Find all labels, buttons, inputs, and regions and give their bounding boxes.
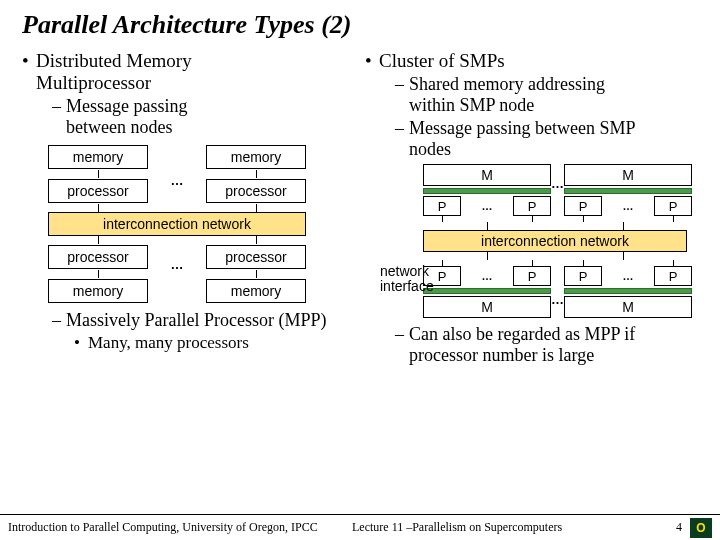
left-column: •Distributed Memory Multiprocessor –Mess… bbox=[22, 50, 355, 368]
ellipsis: … bbox=[482, 200, 493, 212]
processor-box: P bbox=[423, 196, 461, 216]
processor-box: P bbox=[513, 196, 551, 216]
processor-box: processor bbox=[48, 245, 148, 269]
ellipsis: … bbox=[551, 292, 564, 307]
text: processor number is large bbox=[409, 345, 594, 365]
memory-box: M bbox=[423, 164, 551, 186]
page-number: 4 bbox=[666, 520, 686, 535]
right-column: •Cluster of SMPs –Shared memory addressi… bbox=[365, 50, 698, 368]
smp-node: P … P M bbox=[564, 260, 692, 318]
text: Many, many processors bbox=[88, 333, 249, 352]
text: between nodes bbox=[66, 117, 172, 137]
footer: Introduction to Parallel Computing, Univ… bbox=[0, 514, 720, 540]
processor-box: processor bbox=[206, 179, 306, 203]
ellipsis: … bbox=[171, 257, 184, 272]
diagram-distributed-memory: memory memory processor … processor inte… bbox=[48, 144, 306, 304]
memory-box: M bbox=[564, 164, 692, 186]
bullet-smp-message-passing: –Message passing between SMP nodes bbox=[395, 118, 698, 160]
processor-box: P bbox=[564, 266, 602, 286]
text: Multiprocessor bbox=[36, 72, 151, 93]
text: Message passing bbox=[66, 96, 187, 116]
processor-box: P bbox=[513, 266, 551, 286]
text: Can also be regarded as MPP if bbox=[409, 324, 635, 344]
smp-node: P … P M bbox=[423, 260, 551, 318]
memory-box: memory bbox=[206, 279, 306, 303]
text: Shared memory addressing bbox=[409, 74, 605, 94]
bus bbox=[564, 188, 692, 194]
footer-left: Introduction to Parallel Computing, Univ… bbox=[8, 520, 322, 535]
interconnect-box: interconnection network bbox=[423, 230, 687, 252]
bullet-mpp: –Massively Parallel Processor (MPP) bbox=[52, 310, 355, 331]
text: Message passing between SMP bbox=[409, 118, 635, 138]
processor-box: processor bbox=[48, 179, 148, 203]
footer-mid: Lecture 11 –Parallelism on Supercomputer… bbox=[322, 520, 666, 535]
processor-box: processor bbox=[206, 245, 306, 269]
bus bbox=[564, 288, 692, 294]
memory-box: M bbox=[423, 296, 551, 318]
ellipsis: … bbox=[623, 270, 634, 282]
bus bbox=[423, 288, 551, 294]
oregon-logo-icon: O bbox=[690, 518, 712, 538]
smp-node: M P … P bbox=[564, 164, 692, 222]
text: Massively Parallel Processor (MPP) bbox=[66, 310, 326, 330]
bullet-shared-memory: –Shared memory addressing within SMP nod… bbox=[395, 74, 698, 116]
memory-box: M bbox=[564, 296, 692, 318]
text: Cluster of SMPs bbox=[379, 50, 505, 71]
bullet-many-processors: •Many, many processors bbox=[74, 333, 355, 353]
ellipsis: … bbox=[482, 270, 493, 282]
processor-box: P bbox=[654, 266, 692, 286]
bullet-distributed-memory: •Distributed Memory Multiprocessor bbox=[22, 50, 355, 94]
ellipsis: … bbox=[623, 200, 634, 212]
interconnect-box: interconnection network bbox=[48, 212, 306, 236]
network-interface-label: networkinterface bbox=[380, 264, 434, 294]
ellipsis: … bbox=[171, 173, 184, 188]
bullet-cluster-smp: •Cluster of SMPs bbox=[365, 50, 698, 72]
memory-box: memory bbox=[206, 145, 306, 169]
diagram-cluster-smp: M P … P … M P bbox=[377, 164, 687, 318]
memory-box: memory bbox=[48, 145, 148, 169]
text: within SMP node bbox=[409, 95, 534, 115]
smp-node: M P … P bbox=[423, 164, 551, 222]
slide-title: Parallel Architecture Types (2) bbox=[22, 10, 698, 40]
text: Distributed Memory bbox=[36, 50, 192, 71]
bullet-message-passing: –Message passing between nodes bbox=[52, 96, 355, 138]
processor-box: P bbox=[564, 196, 602, 216]
bus bbox=[423, 188, 551, 194]
ellipsis: … bbox=[551, 176, 564, 191]
processor-box: P bbox=[654, 196, 692, 216]
memory-box: memory bbox=[48, 279, 148, 303]
bullet-regarded-mpp: –Can also be regarded as MPP if processo… bbox=[395, 324, 698, 366]
text: nodes bbox=[409, 139, 451, 159]
